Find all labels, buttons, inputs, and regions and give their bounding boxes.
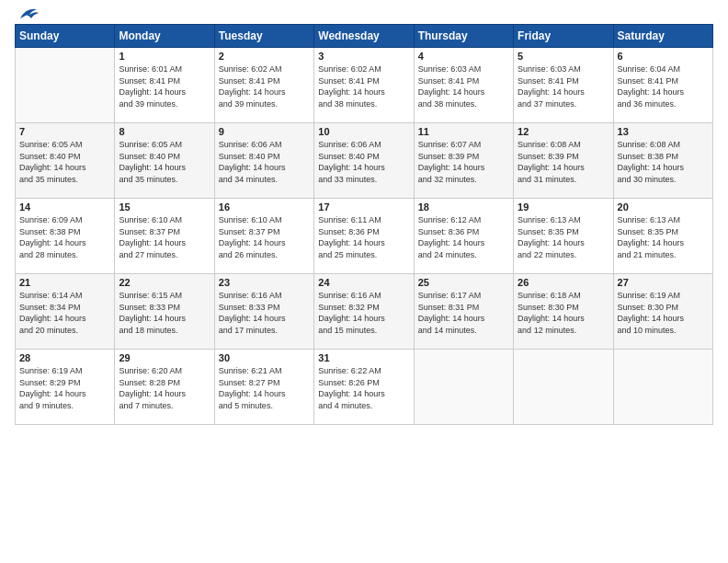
day-info: Sunrise: 6:08 AM Sunset: 8:39 PM Dayligh… [518,139,609,185]
calendar-cell: 3Sunrise: 6:02 AM Sunset: 8:41 PM Daylig… [314,48,414,123]
day-info: Sunrise: 6:09 AM Sunset: 8:38 PM Dayligh… [19,214,110,260]
day-number: 9 [219,126,310,137]
calendar-cell [613,350,712,425]
weekday-header: Thursday [414,25,513,48]
header [15,9,713,18]
calendar-cell: 29Sunrise: 6:20 AM Sunset: 8:28 PM Dayli… [115,350,214,425]
calendar-cell: 15Sunrise: 6:10 AM Sunset: 8:37 PM Dayli… [115,199,214,274]
calendar-cell: 8Sunrise: 6:05 AM Sunset: 8:40 PM Daylig… [115,123,214,199]
day-number: 10 [318,126,409,137]
calendar-cell: 28Sunrise: 6:19 AM Sunset: 8:29 PM Dayli… [16,350,115,425]
day-number: 22 [119,277,210,288]
calendar-cell: 23Sunrise: 6:16 AM Sunset: 8:33 PM Dayli… [214,274,313,350]
day-number: 1 [119,51,210,62]
day-info: Sunrise: 6:06 AM Sunset: 8:40 PM Dayligh… [219,139,310,185]
calendar-cell: 11Sunrise: 6:07 AM Sunset: 8:39 PM Dayli… [414,123,513,199]
day-info: Sunrise: 6:05 AM Sunset: 8:40 PM Dayligh… [119,139,210,185]
day-info: Sunrise: 6:01 AM Sunset: 8:41 PM Dayligh… [119,63,210,109]
day-info: Sunrise: 6:10 AM Sunset: 8:37 PM Dayligh… [219,214,310,260]
calendar-week-row: 21Sunrise: 6:14 AM Sunset: 8:34 PM Dayli… [16,274,713,350]
day-info: Sunrise: 6:18 AM Sunset: 8:30 PM Dayligh… [518,290,609,336]
day-number: 17 [318,201,409,213]
calendar-cell: 21Sunrise: 6:14 AM Sunset: 8:34 PM Dayli… [16,274,115,350]
calendar-cell: 16Sunrise: 6:10 AM Sunset: 8:37 PM Dayli… [214,199,313,274]
page: SundayMondayTuesdayWednesdayThursdayFrid… [0,0,728,563]
day-info: Sunrise: 6:14 AM Sunset: 8:34 PM Dayligh… [19,290,110,336]
calendar-cell: 7Sunrise: 6:05 AM Sunset: 8:40 PM Daylig… [16,123,115,199]
day-info: Sunrise: 6:21 AM Sunset: 8:27 PM Dayligh… [219,365,310,411]
calendar-cell: 26Sunrise: 6:18 AM Sunset: 8:30 PM Dayli… [514,274,613,350]
day-number: 28 [19,352,110,363]
calendar-cell: 25Sunrise: 6:17 AM Sunset: 8:31 PM Dayli… [414,274,513,350]
calendar-cell: 13Sunrise: 6:08 AM Sunset: 8:38 PM Dayli… [613,123,712,199]
weekday-header: Sunday [16,25,115,48]
day-number: 8 [119,126,210,137]
day-info: Sunrise: 6:08 AM Sunset: 8:38 PM Dayligh… [618,139,709,185]
weekday-header: Friday [514,25,613,48]
day-number: 29 [119,352,210,363]
day-number: 26 [518,277,609,288]
calendar-cell: 31Sunrise: 6:22 AM Sunset: 8:26 PM Dayli… [314,350,414,425]
day-info: Sunrise: 6:19 AM Sunset: 8:30 PM Dayligh… [618,290,709,336]
calendar-cell: 12Sunrise: 6:08 AM Sunset: 8:39 PM Dayli… [514,123,613,199]
calendar-cell: 4Sunrise: 6:03 AM Sunset: 8:41 PM Daylig… [414,48,513,123]
day-number: 4 [418,51,509,62]
day-info: Sunrise: 6:16 AM Sunset: 8:33 PM Dayligh… [219,290,310,336]
day-info: Sunrise: 6:17 AM Sunset: 8:31 PM Dayligh… [418,290,509,336]
day-number: 23 [219,277,310,288]
weekday-header: Monday [115,25,214,48]
day-number: 12 [518,126,609,137]
day-number: 6 [618,51,709,62]
day-number: 13 [618,126,709,137]
weekday-header: Tuesday [214,25,313,48]
day-number: 27 [618,277,709,288]
day-info: Sunrise: 6:13 AM Sunset: 8:35 PM Dayligh… [518,214,609,260]
day-number: 18 [418,201,509,213]
calendar-cell [414,350,513,425]
calendar-cell [514,350,613,425]
calendar-cell: 20Sunrise: 6:13 AM Sunset: 8:35 PM Dayli… [613,199,712,274]
calendar-week-row: 1Sunrise: 6:01 AM Sunset: 8:41 PM Daylig… [16,48,713,123]
day-number: 21 [19,277,110,288]
day-number: 5 [518,51,609,62]
day-number: 14 [19,201,110,213]
day-info: Sunrise: 6:11 AM Sunset: 8:36 PM Dayligh… [318,214,409,260]
logo-bird-icon [17,6,40,22]
day-info: Sunrise: 6:05 AM Sunset: 8:40 PM Dayligh… [19,139,110,185]
day-info: Sunrise: 6:10 AM Sunset: 8:37 PM Dayligh… [119,214,210,260]
calendar-cell: 2Sunrise: 6:02 AM Sunset: 8:41 PM Daylig… [214,48,313,123]
day-info: Sunrise: 6:15 AM Sunset: 8:33 PM Dayligh… [119,290,210,336]
day-number: 2 [219,51,310,62]
calendar-cell: 9Sunrise: 6:06 AM Sunset: 8:40 PM Daylig… [214,123,313,199]
day-info: Sunrise: 6:19 AM Sunset: 8:29 PM Dayligh… [19,365,110,411]
day-info: Sunrise: 6:22 AM Sunset: 8:26 PM Dayligh… [318,365,409,411]
day-number: 19 [518,201,609,213]
day-number: 30 [219,352,310,363]
day-info: Sunrise: 6:20 AM Sunset: 8:28 PM Dayligh… [119,365,210,411]
calendar-cell: 5Sunrise: 6:03 AM Sunset: 8:41 PM Daylig… [514,48,613,123]
calendar-cell: 22Sunrise: 6:15 AM Sunset: 8:33 PM Dayli… [115,274,214,350]
day-info: Sunrise: 6:16 AM Sunset: 8:32 PM Dayligh… [318,290,409,336]
calendar-week-row: 28Sunrise: 6:19 AM Sunset: 8:29 PM Dayli… [16,350,713,425]
day-number: 15 [119,201,210,213]
calendar-cell: 17Sunrise: 6:11 AM Sunset: 8:36 PM Dayli… [314,199,414,274]
calendar-cell: 19Sunrise: 6:13 AM Sunset: 8:35 PM Dayli… [514,199,613,274]
calendar-cell: 14Sunrise: 6:09 AM Sunset: 8:38 PM Dayli… [16,199,115,274]
calendar-cell: 6Sunrise: 6:04 AM Sunset: 8:41 PM Daylig… [613,48,712,123]
day-number: 3 [318,51,409,62]
day-info: Sunrise: 6:03 AM Sunset: 8:41 PM Dayligh… [418,63,509,109]
calendar-cell: 18Sunrise: 6:12 AM Sunset: 8:36 PM Dayli… [414,199,513,274]
day-number: 31 [318,352,409,363]
day-number: 7 [19,126,110,137]
calendar-cell: 24Sunrise: 6:16 AM Sunset: 8:32 PM Dayli… [314,274,414,350]
day-info: Sunrise: 6:02 AM Sunset: 8:41 PM Dayligh… [219,63,310,109]
calendar-cell: 1Sunrise: 6:01 AM Sunset: 8:41 PM Daylig… [115,48,214,123]
day-info: Sunrise: 6:13 AM Sunset: 8:35 PM Dayligh… [618,214,709,260]
calendar-cell: 30Sunrise: 6:21 AM Sunset: 8:27 PM Dayli… [214,350,313,425]
day-info: Sunrise: 6:12 AM Sunset: 8:36 PM Dayligh… [418,214,509,260]
calendar-cell: 27Sunrise: 6:19 AM Sunset: 8:30 PM Dayli… [613,274,712,350]
header-row: SundayMondayTuesdayWednesdayThursdayFrid… [16,25,713,48]
logo [15,9,40,18]
day-number: 11 [418,126,509,137]
day-info: Sunrise: 6:04 AM Sunset: 8:41 PM Dayligh… [618,63,709,109]
